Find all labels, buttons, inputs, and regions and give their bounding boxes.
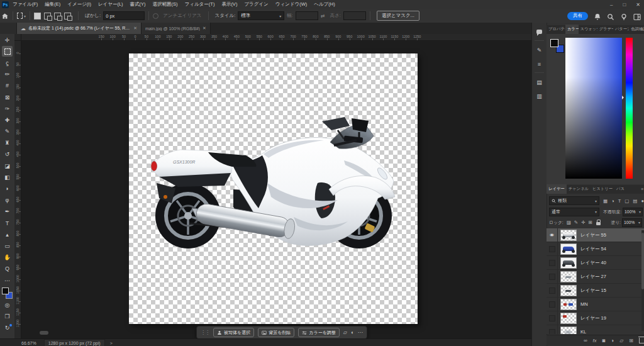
close-button[interactable]: ✕	[636, 2, 640, 8]
maximize-button[interactable]: □	[623, 2, 626, 8]
blur-tool[interactable]: ◗	[2, 183, 13, 194]
layers-tab-menu-icon[interactable]: ≡	[641, 187, 643, 191]
layer-thumbnail[interactable]	[560, 285, 577, 296]
filter-type-icon[interactable]: T	[618, 198, 621, 204]
layer-thumbnail[interactable]	[560, 326, 577, 335]
zoom-tool[interactable]: Q	[2, 264, 13, 274]
document-tab-1[interactable]: main.jpg @ 100% (RGB/8#)✕	[142, 23, 211, 34]
blend-mode-dropdown[interactable]: 通常▾	[549, 208, 599, 216]
taskbar-drag-handle[interactable]: ⋮⋮	[201, 330, 209, 335]
vertical-ruler[interactable]: 0501001502002503003504004505005506006507…	[14, 40, 21, 338]
status-chevron-icon[interactable]: >	[110, 341, 113, 345]
style-dropdown[interactable]: 標準▾	[238, 11, 284, 20]
new-selection-icon[interactable]	[34, 13, 41, 20]
shape-tool[interactable]: ▭	[2, 240, 13, 251]
comments-icon[interactable]	[535, 27, 544, 36]
workspace-switcher-icon[interactable]	[633, 12, 641, 20]
share-image-icon[interactable]: ↻	[2, 323, 13, 333]
menu-item-5[interactable]: 選択範囲(S)	[153, 1, 178, 8]
color-tab-1[interactable]: カラー	[565, 25, 578, 34]
menu-item-4[interactable]: 書式(Y)	[130, 1, 146, 8]
crop-tool[interactable]: #	[2, 81, 13, 91]
filter-adjustment-icon[interactable]: ◑	[611, 198, 614, 204]
libraries-icon[interactable]: ▤	[535, 77, 544, 87]
filter-toggle-icon[interactable]: ●	[641, 198, 644, 204]
zoom-level[interactable]: 66.67%	[21, 341, 36, 345]
color-swatches[interactable]	[2, 287, 13, 299]
more-options-icon[interactable]: ⋯	[358, 330, 363, 335]
edit-brush-icon[interactable]: ✎	[535, 45, 544, 55]
height-input[interactable]	[343, 11, 366, 20]
delete-layer-icon[interactable]	[639, 338, 644, 343]
layer-visibility-toggle[interactable]	[547, 242, 558, 255]
layer-thumbnail[interactable]	[560, 313, 577, 324]
layer-thumbnail[interactable]	[560, 299, 577, 310]
select-subject-button[interactable]: 被写体を選択	[213, 328, 254, 337]
lock-all-icon[interactable]	[596, 222, 601, 225]
layer-visibility-toggle[interactable]: ◉	[547, 228, 558, 242]
quick-mask-icon[interactable]: ◎	[2, 299, 13, 310]
layers-tab-1[interactable]: チャンネル	[567, 184, 591, 194]
brush-tool[interactable]: ✎	[2, 126, 13, 137]
lasso-tool[interactable]: ϛ	[2, 57, 13, 68]
menu-item-8[interactable]: プラグイン	[244, 1, 268, 8]
swap-dimensions-icon[interactable]: ⇄	[321, 13, 325, 19]
color-tab-2[interactable]: スウォッチ	[579, 25, 597, 34]
close-tab-icon[interactable]: ✕	[203, 26, 206, 31]
select-and-mask-button[interactable]: 選択とマスク...	[377, 11, 419, 21]
menu-item-0[interactable]: ファイル(F)	[13, 1, 38, 8]
color-field[interactable]	[565, 38, 622, 179]
foreground-color-swatch[interactable]	[2, 287, 9, 294]
menu-item-1[interactable]: 編集(E)	[45, 1, 60, 8]
layer-row[interactable]: レイヤー 40	[547, 256, 644, 270]
clone-stamp-tool[interactable]: ♜	[2, 138, 13, 148]
active-tool-icon[interactable]: ▾	[17, 11, 26, 20]
anti-alias-checkbox[interactable]	[153, 13, 158, 19]
adjustment-icon[interactable]: ◐	[351, 330, 354, 335]
layer-visibility-toggle[interactable]	[547, 325, 558, 334]
layers-tab-2[interactable]: ヒストリー	[591, 184, 614, 194]
export-icon[interactable]: ▥	[535, 91, 544, 101]
feather-input[interactable]	[103, 11, 145, 20]
layer-thumbnail[interactable]	[560, 271, 577, 282]
new-layer-icon[interactable]: ⊞	[629, 338, 633, 343]
filter-image-icon[interactable]: ▦	[603, 198, 608, 204]
layer-visibility-toggle[interactable]	[547, 284, 558, 297]
layers-tab-3[interactable]: パス	[614, 184, 626, 194]
hand-tool[interactable]: ✋	[2, 252, 13, 263]
horizontal-ruler[interactable]: 1501005005010015020025030035040045050055…	[14, 34, 531, 41]
color-tab-0[interactable]: プロパティ	[547, 25, 565, 34]
layer-row[interactable]: レイヤー 19	[547, 311, 644, 325]
filter-shape-icon[interactable]: ▢	[625, 198, 629, 204]
lock-pixels-icon[interactable]: ✎	[574, 220, 578, 225]
healing-brush-tool[interactable]: ✚	[2, 114, 13, 125]
new-group-icon[interactable]: ▱	[619, 338, 623, 343]
remove-background-button[interactable]: 背景を削除	[258, 328, 294, 337]
menu-item-6[interactable]: フィルター(T)	[185, 1, 215, 8]
minimize-button[interactable]: –	[610, 2, 613, 8]
type-tool[interactable]: T	[2, 218, 13, 228]
lock-position-icon[interactable]: ✛	[581, 220, 585, 225]
layer-mask-icon[interactable]: ◙	[602, 338, 605, 343]
fill-value[interactable]: 100%▾	[622, 218, 642, 227]
layer-filter-dropdown[interactable]: 種類 ▾	[549, 196, 599, 205]
adjustments-icon[interactable]: ≡	[535, 59, 544, 69]
link-layers-icon[interactable]: ∞	[584, 338, 587, 343]
layer-effects-icon[interactable]: fx	[593, 338, 597, 343]
horizontal-scrollbar[interactable]	[40, 331, 48, 335]
menu-item-9[interactable]: ウィンドウ(W)	[275, 1, 307, 8]
document-info[interactable]: 1280 px x 1200 px (72 ppi)	[44, 339, 105, 346]
ruler-corner[interactable]	[14, 34, 21, 41]
home-icon[interactable]	[0, 11, 9, 20]
frame-tool[interactable]: ⊠	[2, 92, 13, 103]
color-tab-4[interactable]: パターン	[613, 25, 629, 34]
layer-thumbnail[interactable]	[560, 257, 577, 269]
layer-thumbnail[interactable]	[560, 230, 577, 241]
hue-slider[interactable]	[626, 38, 633, 179]
hue-marker[interactable]	[622, 96, 626, 99]
layers-tab-0[interactable]: レイヤー	[547, 184, 567, 194]
gradient-tool[interactable]: ◧	[2, 172, 13, 182]
menu-item-10[interactable]: ヘルプ(H)	[314, 1, 335, 8]
dodge-tool[interactable]: φ	[2, 195, 13, 206]
layer-visibility-toggle[interactable]	[547, 270, 558, 283]
